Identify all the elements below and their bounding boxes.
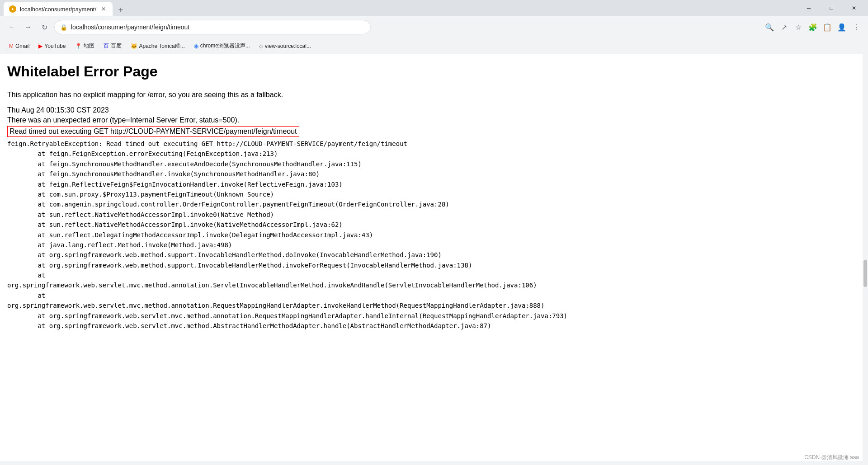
timestamp: Thu Aug 24 00:15:30 CST 2023 (7, 106, 861, 114)
error-message: This application has no explicit mapping… (7, 91, 861, 99)
bookmark-youtube[interactable]: ▶ YouTube (35, 41, 69, 51)
address-input[interactable]: 🔒 localhost/consumer/payment/feign/timeo… (54, 20, 371, 34)
tab-title: localhost/consumer/payment/ (20, 6, 96, 13)
tab-close-button[interactable]: ✕ (100, 5, 107, 13)
maximize-button[interactable]: □ (821, 0, 842, 16)
error-highlighted: Read timed out executing GET http://CLOU… (7, 126, 299, 137)
menu-icon[interactable]: ⋮ (850, 21, 863, 33)
bookmark-source[interactable]: ◇ view-source:local... (255, 41, 315, 51)
baidu-icon: 百 (104, 42, 109, 50)
bookmark-gmail[interactable]: M Gmail (5, 41, 33, 51)
forward-button[interactable]: → (22, 21, 34, 33)
window-controls: ─ □ ✕ (798, 0, 864, 16)
youtube-icon: ▶ (38, 43, 42, 49)
bookmark-tomcat-label: Apache Tomcat®... (139, 43, 185, 49)
bookmark-gmail-label: Gmail (15, 43, 29, 49)
reading-list-icon[interactable]: 📋 (821, 21, 834, 33)
bookmark-baidu[interactable]: 百 百度 (100, 40, 125, 52)
chrome-icon: ◉ (194, 43, 198, 49)
watermark: CSDN @清风微澜 aaa (804, 454, 859, 461)
source-icon: ◇ (259, 43, 263, 49)
tomcat-icon: 🐱 (131, 43, 137, 49)
bookmark-chrome[interactable]: ◉ chrome浏览器没声... (190, 40, 254, 52)
reload-button[interactable]: ↻ (38, 21, 51, 33)
bookmarks-bar: M Gmail ▶ YouTube 📍 地图 百 百度 🐱 Apache Tom… (0, 38, 868, 54)
maps-icon: 📍 (75, 43, 82, 49)
extensions-icon[interactable]: 🧩 (807, 21, 819, 33)
bookmark-maps-label: 地图 (84, 42, 94, 50)
gmail-icon: M (9, 43, 14, 49)
close-button[interactable]: ✕ (844, 0, 864, 16)
error-type: There was an unexpected error (type=Inte… (7, 116, 861, 124)
active-tab[interactable]: ● localhost/consumer/payment/ ✕ (4, 2, 113, 16)
search-icon[interactable]: 🔍 (763, 21, 776, 33)
lock-icon: 🔒 (60, 24, 67, 31)
bookmark-tomcat[interactable]: 🐱 Apache Tomcat®... (127, 41, 189, 51)
scrollbar[interactable] (863, 54, 868, 465)
new-tab-button[interactable]: + (114, 4, 127, 16)
bookmark-source-label: view-source:local... (265, 43, 311, 49)
page-content: Whitelabel Error Page This application h… (0, 54, 868, 461)
profile-icon[interactable]: 👤 (835, 21, 848, 33)
tab-favicon: ● (9, 5, 16, 13)
browser-frame: ● localhost/consumer/payment/ ✕ + ─ □ ✕ … (0, 0, 868, 465)
stack-trace: feign.RetryableException: Read timed out… (7, 139, 861, 331)
title-bar: ● localhost/consumer/payment/ ✕ + ─ □ ✕ (0, 0, 868, 16)
bookmark-maps[interactable]: 📍 地图 (71, 40, 98, 52)
address-bar: ← → ↻ 🔒 localhost/consumer/payment/feign… (0, 16, 868, 38)
minimize-button[interactable]: ─ (798, 0, 819, 16)
back-button[interactable]: ← (5, 21, 18, 33)
bookmark-chrome-label: chrome浏览器没声... (200, 42, 250, 50)
scrollbar-thumb[interactable] (863, 260, 867, 287)
tab-bar: ● localhost/consumer/payment/ ✕ + (4, 0, 127, 16)
page-title: Whitelabel Error Page (7, 63, 861, 80)
address-text: localhost/consumer/payment/feign/timeout (71, 23, 365, 31)
bookmark-youtube-label: YouTube (44, 43, 66, 49)
share-icon[interactable]: ↗ (778, 21, 790, 33)
bookmark-baidu-label: 百度 (111, 42, 122, 50)
toolbar-icons: 🔍 ↗ ☆ 🧩 📋 👤 ⋮ (763, 21, 863, 33)
bookmark-icon[interactable]: ☆ (792, 21, 805, 33)
